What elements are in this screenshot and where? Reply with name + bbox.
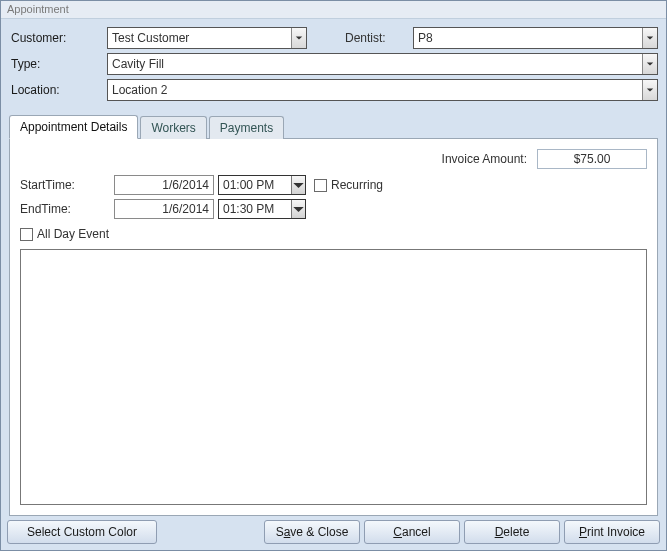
tab-label: Workers xyxy=(151,121,195,135)
end-time-combo[interactable]: 01:30 PM xyxy=(218,199,306,219)
start-time-combo[interactable]: 01:00 PM xyxy=(218,175,306,195)
appointment-window: Appointment Customer: Test Customer Dent… xyxy=(0,0,667,551)
chevron-down-icon[interactable] xyxy=(291,200,305,218)
customer-combo[interactable]: Test Customer xyxy=(107,27,307,49)
recurring-checkbox[interactable]: Recurring xyxy=(314,178,383,192)
tab-label: Appointment Details xyxy=(20,120,127,134)
end-date-field[interactable]: 1/6/2014 xyxy=(114,199,214,219)
checkbox-box-icon xyxy=(314,179,327,192)
tab-payments[interactable]: Payments xyxy=(209,116,284,139)
cancel-button[interactable]: Cancel xyxy=(364,520,460,544)
tab-strip: Appointment Details Workers Payments xyxy=(9,113,658,139)
end-date-value: 1/6/2014 xyxy=(162,202,209,216)
starttime-label: StartTime: xyxy=(20,178,110,192)
chevron-down-icon[interactable] xyxy=(291,28,306,48)
location-combo[interactable]: Location 2 xyxy=(107,79,658,101)
button-label: Select Custom Color xyxy=(27,525,137,539)
location-value: Location 2 xyxy=(112,83,167,97)
chevron-down-icon[interactable] xyxy=(291,176,305,194)
all-day-label: All Day Event xyxy=(37,227,109,241)
dentist-combo[interactable]: P8 xyxy=(413,27,658,49)
header-form: Customer: Test Customer Dentist: P8 Type… xyxy=(1,19,666,109)
select-custom-color-button[interactable]: Select Custom Color xyxy=(7,520,157,544)
start-date-value: 1/6/2014 xyxy=(162,178,209,192)
tab-label: Payments xyxy=(220,121,273,135)
window-title-text: Appointment xyxy=(7,3,69,15)
invoice-amount-label: Invoice Amount: xyxy=(442,152,527,166)
chevron-down-icon[interactable] xyxy=(642,54,657,74)
window-title: Appointment xyxy=(1,1,666,19)
chevron-down-icon[interactable] xyxy=(642,80,657,100)
type-value: Cavity Fill xyxy=(112,57,164,71)
type-label: Type: xyxy=(9,57,99,71)
tab-workers[interactable]: Workers xyxy=(140,116,206,139)
checkbox-box-icon xyxy=(20,228,33,241)
tab-appointment-details[interactable]: Appointment Details xyxy=(9,115,138,139)
start-date-field[interactable]: 1/6/2014 xyxy=(114,175,214,195)
invoice-amount-field[interactable]: $75.00 xyxy=(537,149,647,169)
save-close-button[interactable]: Save & Close xyxy=(264,520,360,544)
delete-button[interactable]: Delete xyxy=(464,520,560,544)
tab-content: Invoice Amount: $75.00 StartTime: 1/6/20… xyxy=(9,139,658,516)
start-time-value: 01:00 PM xyxy=(223,178,274,192)
location-label: Location: xyxy=(9,83,99,97)
end-time-value: 01:30 PM xyxy=(223,202,274,216)
notes-textarea[interactable] xyxy=(20,249,647,505)
customer-label: Customer: xyxy=(9,31,99,45)
all-day-checkbox[interactable]: All Day Event xyxy=(20,227,109,241)
recurring-label: Recurring xyxy=(331,178,383,192)
endtime-label: EndTime: xyxy=(20,202,110,216)
customer-value: Test Customer xyxy=(112,31,189,45)
dentist-label: Dentist: xyxy=(343,31,405,45)
type-combo[interactable]: Cavity Fill xyxy=(107,53,658,75)
dentist-value: P8 xyxy=(418,31,433,45)
chevron-down-icon[interactable] xyxy=(642,28,657,48)
button-bar: Select Custom Color Save & Close Cancel … xyxy=(1,516,666,550)
invoice-amount-value: $75.00 xyxy=(574,152,611,166)
print-invoice-button[interactable]: Print Invoice xyxy=(564,520,660,544)
